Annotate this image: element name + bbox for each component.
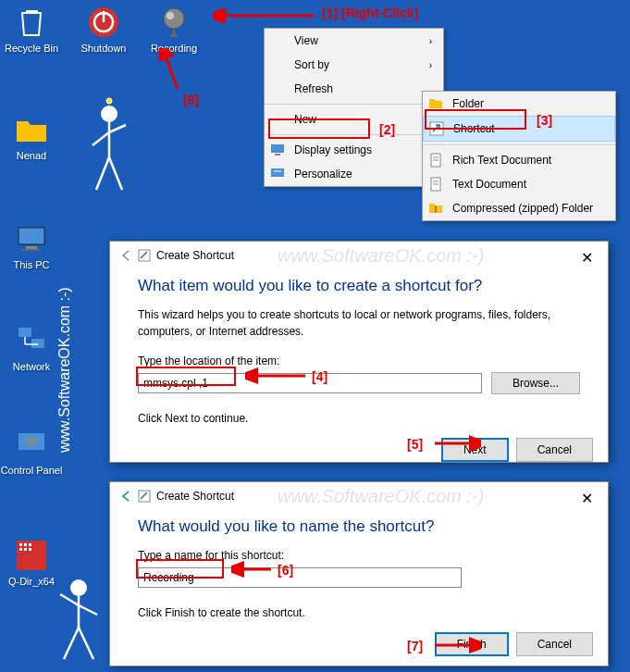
name-label: Type a name for this shortcut: bbox=[110, 547, 608, 564]
shortcut-name-input[interactable] bbox=[138, 567, 462, 588]
wizard-heading: What item would you like to create a sho… bbox=[110, 269, 608, 306]
qdir-label: Q-Dir_x64 bbox=[0, 576, 63, 587]
annotation-8: [8] bbox=[183, 93, 199, 107]
wizard-hint: Click Finish to create the shortcut. bbox=[110, 604, 608, 621]
svg-rect-21 bbox=[271, 144, 284, 153]
menu-sort-by[interactable]: Sort by› bbox=[265, 53, 443, 77]
this-pc-label: This PC bbox=[0, 259, 63, 270]
separator bbox=[265, 104, 443, 105]
svg-rect-9 bbox=[31, 339, 44, 348]
separator bbox=[423, 144, 615, 145]
qdir-icon[interactable]: Q-Dir_x64 bbox=[0, 537, 63, 587]
new-submenu: Folder Shortcut Rich Text Document Text … bbox=[422, 91, 616, 221]
menu-view[interactable]: View› bbox=[265, 29, 443, 53]
submenu-shortcut[interactable]: Shortcut bbox=[423, 116, 615, 142]
svg-rect-31 bbox=[435, 205, 437, 213]
cancel-button[interactable]: Cancel bbox=[516, 438, 593, 462]
recycle-bin-label: Recycle Bin bbox=[0, 43, 63, 54]
arrow-8 bbox=[155, 48, 183, 93]
wizard-window-title: Create Shortcut bbox=[156, 249, 234, 262]
submenu-folder[interactable]: Folder bbox=[423, 92, 615, 116]
menu-new[interactable]: New› bbox=[265, 107, 443, 131]
shutdown-label: Shutdown bbox=[72, 43, 135, 54]
svg-point-47 bbox=[70, 579, 87, 596]
wizard-window-title: Create Shortcut bbox=[156, 490, 234, 503]
browse-button[interactable]: Browse... bbox=[491, 372, 580, 394]
shortcut-icon bbox=[429, 121, 444, 136]
svg-point-40 bbox=[101, 106, 117, 122]
wizard-description: This wizard helps you to create shortcut… bbox=[110, 306, 608, 340]
svg-line-44 bbox=[96, 157, 109, 190]
network-label: Network bbox=[0, 361, 63, 372]
svg-rect-7 bbox=[22, 249, 41, 251]
svg-line-51 bbox=[64, 628, 79, 659]
create-shortcut-wizard-1: Create Shortcut ✕ What item would you li… bbox=[109, 241, 609, 463]
nenad-folder-icon[interactable]: Nenad bbox=[0, 111, 63, 161]
svg-point-46 bbox=[106, 98, 112, 104]
submenu-rich-text[interactable]: Rich Text Document bbox=[423, 148, 615, 172]
display-icon bbox=[270, 143, 285, 157]
close-button[interactable]: ✕ bbox=[574, 488, 600, 509]
zip-icon bbox=[428, 201, 443, 216]
submenu-text-doc[interactable]: Text Document bbox=[423, 172, 615, 196]
control-panel-icon[interactable]: Control Panel bbox=[0, 426, 63, 476]
cancel-button[interactable]: Cancel bbox=[516, 632, 593, 656]
network-icon[interactable]: Network bbox=[0, 322, 63, 372]
location-label: Type the location of the item: bbox=[110, 353, 608, 369]
svg-point-3 bbox=[164, 8, 184, 29]
create-shortcut-wizard-2: Create Shortcut ✕ What would you like to… bbox=[109, 481, 609, 666]
wizard-heading: What would you like to name the shortcut… bbox=[110, 510, 608, 547]
recording-shortcut-icon[interactable]: Recording bbox=[142, 4, 205, 54]
folder-icon bbox=[428, 96, 443, 111]
svg-rect-5 bbox=[19, 228, 44, 244]
stick-figure-decoration-2 bbox=[51, 574, 106, 666]
svg-rect-20 bbox=[29, 548, 31, 551]
recording-label: Recording bbox=[142, 43, 205, 54]
separator bbox=[265, 134, 443, 135]
finish-button[interactable]: Finish bbox=[435, 632, 509, 656]
svg-rect-17 bbox=[29, 543, 31, 546]
document-icon bbox=[428, 153, 443, 168]
svg-line-35 bbox=[165, 54, 178, 89]
side-watermark: www.SoftwareOK.com :-) bbox=[56, 287, 73, 453]
svg-rect-23 bbox=[271, 168, 284, 177]
back-arrow-icon[interactable] bbox=[119, 249, 132, 262]
svg-point-4 bbox=[167, 12, 174, 19]
shutdown-icon[interactable]: Shutdown bbox=[72, 4, 135, 54]
this-pc-icon[interactable]: This PC bbox=[0, 220, 63, 270]
svg-rect-16 bbox=[24, 543, 27, 546]
shortcut-small-icon bbox=[138, 249, 151, 262]
desktop-context-menu: View› Sort by› Refresh New› Display sett… bbox=[264, 28, 444, 187]
nenad-label: Nenad bbox=[0, 150, 63, 161]
shortcut-small-icon bbox=[138, 490, 151, 503]
control-panel-label: Control Panel bbox=[0, 465, 63, 476]
back-arrow-icon[interactable] bbox=[119, 490, 132, 503]
submenu-compressed[interactable]: Compressed (zipped) Folder bbox=[423, 196, 615, 220]
menu-personalize[interactable]: Personalize bbox=[265, 162, 443, 186]
svg-rect-15 bbox=[19, 543, 22, 546]
location-input[interactable] bbox=[138, 373, 482, 393]
svg-point-13 bbox=[27, 437, 36, 446]
arrow-1 bbox=[213, 7, 319, 24]
svg-rect-22 bbox=[275, 154, 280, 156]
chevron-right-icon: › bbox=[429, 36, 432, 46]
svg-rect-8 bbox=[19, 328, 31, 337]
svg-line-50 bbox=[79, 605, 97, 615]
personalize-icon bbox=[270, 167, 285, 181]
svg-rect-6 bbox=[26, 246, 37, 249]
svg-line-42 bbox=[93, 132, 109, 145]
svg-rect-18 bbox=[19, 548, 22, 551]
menu-refresh[interactable]: Refresh bbox=[265, 77, 443, 101]
wizard-hint: Click Next to continue. bbox=[110, 410, 608, 427]
recycle-bin-icon[interactable]: Recycle Bin bbox=[0, 4, 63, 54]
svg-line-49 bbox=[60, 594, 79, 605]
annotation-1: [1] [Right-Click] bbox=[322, 6, 418, 20]
menu-display-settings[interactable]: Display settings bbox=[265, 138, 443, 162]
svg-rect-19 bbox=[24, 548, 27, 551]
text-icon bbox=[428, 177, 443, 192]
svg-line-43 bbox=[109, 125, 126, 132]
close-button[interactable]: ✕ bbox=[574, 247, 600, 268]
svg-line-45 bbox=[109, 157, 122, 190]
next-button[interactable]: Next bbox=[441, 438, 509, 462]
svg-line-52 bbox=[79, 628, 93, 659]
